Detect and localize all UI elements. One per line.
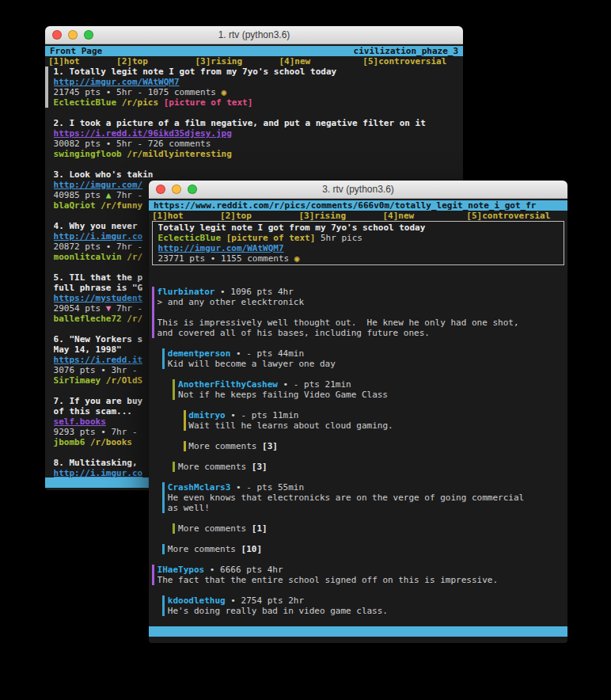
post-author[interactable]: jbomb6 bbox=[54, 437, 85, 447]
comment-block[interactable]: dementperson • - pts 44minKid will becom… bbox=[162, 348, 564, 369]
minimize-button-icon[interactable] bbox=[68, 30, 78, 40]
post-subreddit[interactable]: /r/mildlyinteresting bbox=[127, 149, 231, 159]
comment-body-line: He even knows that electronicks are on t… bbox=[168, 493, 564, 503]
front-window-titlebar[interactable]: 3. rtv (python3.6) bbox=[149, 181, 567, 199]
post-author[interactable]: EclecticBlue bbox=[54, 97, 116, 108]
more-comments-label: More comments bbox=[178, 523, 252, 534]
comment-block[interactable]: dmitryo • - pts 11minWait till he learns… bbox=[184, 410, 564, 431]
more-comments-link[interactable]: More comments [3] bbox=[173, 462, 564, 472]
comment-block[interactable]: CrashMclars3 • - pts 55minHe even knows … bbox=[162, 482, 564, 513]
url-bar: https://www.reddit.com/r/pics/comments/6… bbox=[149, 200, 567, 211]
post-subreddit[interactable]: /r/OldS bbox=[106, 375, 142, 386]
post-title: 3. Look who's takin bbox=[54, 169, 460, 180]
comment-block[interactable]: IHaeTypos • 6666 pts 4hrThe fact that th… bbox=[152, 565, 564, 585]
close-button-icon[interactable] bbox=[52, 30, 62, 40]
comment-author[interactable]: IHaeTypos bbox=[157, 565, 205, 575]
comment-body-line: This is impressively well thought out. H… bbox=[157, 318, 564, 328]
tab-1-hot[interactable]: [1]hot bbox=[152, 211, 184, 221]
post-author[interactable]: blaQriot bbox=[54, 200, 96, 211]
tab-2-top[interactable]: [2]top bbox=[116, 56, 148, 67]
back-window-title: 1. rtv (python3.6) bbox=[45, 26, 463, 44]
comment-body-line: > and any other elecktronick bbox=[157, 297, 564, 307]
minimize-button-icon[interactable] bbox=[172, 185, 181, 194]
comment-meta: • 1096 pts 4hr bbox=[214, 287, 293, 297]
post-subreddit[interactable]: /r/ bbox=[127, 314, 142, 324]
submission-link[interactable]: http://imgur.com/WAtWQM7 bbox=[158, 243, 284, 253]
comment-body-line: Wait till he learns about cloud gaming. bbox=[188, 420, 564, 431]
post-title: 1. Totally legit note I got from my 7yo'… bbox=[54, 67, 460, 77]
post-flair: [picture of text] bbox=[164, 97, 253, 108]
post-link[interactable]: self.books bbox=[54, 417, 106, 427]
comment-author[interactable]: CrashMclars3 bbox=[168, 482, 230, 493]
post-meta: 21745 pts • 5hr - 1075 comments ◉ bbox=[54, 87, 460, 97]
post-author[interactable]: SirTimaey bbox=[54, 375, 101, 386]
comment-meta: • - pts 44min bbox=[230, 348, 304, 359]
more-comments-link[interactable]: More comments [1] bbox=[173, 523, 564, 534]
tab-2-top[interactable]: [2]top bbox=[220, 211, 252, 221]
post-link[interactable]: http://imgur.com/ bbox=[54, 180, 143, 190]
submission-url: https://www.reddit.com/r/pics/comments/6… bbox=[154, 200, 536, 211]
submission-preview-box[interactable]: Totally legit note I got from my 7yo's s… bbox=[152, 221, 564, 265]
post-subreddit[interactable]: /r/books bbox=[90, 437, 132, 447]
post-author[interactable]: ballefleche72 bbox=[54, 314, 122, 324]
comment-meta: • - pts 11min bbox=[226, 410, 299, 420]
tab-1-hot[interactable]: [1]hot bbox=[48, 56, 80, 67]
tab-5-controversial[interactable]: [5]controversial bbox=[466, 211, 550, 221]
comment-author[interactable]: flurbinator bbox=[157, 287, 215, 297]
tab-3-rising[interactable]: [3]rising bbox=[298, 211, 346, 221]
post-subreddit[interactable]: /r/funny bbox=[101, 200, 142, 211]
comment-header: dementperson • - pts 44min bbox=[168, 348, 564, 359]
tab-4-new[interactable]: [4]new bbox=[382, 211, 414, 221]
post-tagline: swingingfloob /r/mildlyinteresting bbox=[54, 149, 460, 159]
more-comments-label: More comments bbox=[188, 441, 262, 451]
comment-author[interactable]: dementperson bbox=[168, 348, 230, 359]
close-button-icon[interactable] bbox=[156, 185, 165, 194]
comment-block[interactable]: flurbinator • 1096 pts 4hr> and any othe… bbox=[152, 287, 564, 338]
zoom-button-icon[interactable] bbox=[188, 185, 197, 194]
gilded-icon: ◉ bbox=[294, 253, 300, 264]
comment-block[interactable]: kdoodlethug • 2754 pts 2hrHe's doing rea… bbox=[162, 595, 564, 616]
bullet-separator: • bbox=[101, 427, 106, 437]
comment-block[interactable]: AnotherFilthyCashew • - pts 21minNot if … bbox=[173, 379, 564, 400]
post-meta: 30082 pts • 5hr - 726 comments bbox=[54, 139, 460, 149]
submission-author[interactable]: EclecticBlue bbox=[158, 233, 221, 243]
comment-author[interactable]: AnotherFilthyCashew bbox=[178, 379, 278, 390]
tab-4-new[interactable]: [4]new bbox=[279, 56, 310, 67]
comment-header: IHaeTypos • 6666 pts 4hr bbox=[157, 565, 564, 575]
zoom-button-icon[interactable] bbox=[84, 30, 93, 40]
comment-meta: • 2754 pts 2hr bbox=[226, 595, 304, 606]
submission-flair: [picture of text] bbox=[226, 233, 316, 243]
comment-body-line: He's doing really bad in video game clas… bbox=[168, 606, 564, 616]
back-window-titlebar[interactable]: 1. rtv (python3.6) bbox=[45, 26, 463, 44]
post-link[interactable]: https://i.redd.it bbox=[54, 355, 143, 365]
comment-author[interactable]: kdoodlethug bbox=[168, 595, 226, 606]
post-row[interactable]: 2. I took a picture of a film negative, … bbox=[48, 118, 460, 159]
post-link[interactable]: http://i.imgur.co bbox=[54, 231, 143, 242]
comment-meta: • - pts 55min bbox=[230, 482, 304, 493]
comment-body-line bbox=[157, 307, 564, 318]
post-link[interactable]: http://imgur.com/WAtWQM7 bbox=[54, 77, 180, 87]
post-link[interactable]: https://i.redd.it/96ikd35djesy.jpg bbox=[54, 128, 232, 139]
bullet-separator: • bbox=[101, 365, 106, 375]
tab-3-rising[interactable]: [3]rising bbox=[195, 56, 242, 67]
tab-5-controversial[interactable]: [5]controversial bbox=[362, 56, 446, 67]
post-link[interactable]: https://mystudent bbox=[54, 293, 143, 303]
more-comments-label: More comments bbox=[168, 544, 241, 554]
post-subreddit[interactable]: /r/ bbox=[127, 252, 142, 262]
post-subreddit[interactable]: /r/pics bbox=[122, 97, 158, 108]
comment-author[interactable]: dmitryo bbox=[188, 410, 225, 420]
more-comments-link[interactable]: More comments [3] bbox=[184, 441, 564, 451]
more-comments-link[interactable]: More comments [10] bbox=[162, 544, 564, 554]
back-header-bar: Front Page civilization_phaze_3 bbox=[45, 46, 463, 56]
comment-list: flurbinator • 1096 pts 4hr> and any othe… bbox=[152, 287, 564, 616]
submission-byline: EclecticBlue [picture of text] 5hr pics bbox=[158, 233, 560, 243]
back-sort-tabs: [1]hot[2]top[3]rising[4]new[5]controvers… bbox=[48, 56, 460, 67]
post-row[interactable]: 1. Totally legit note I got from my 7yo'… bbox=[48, 67, 460, 108]
more-comments-count: [3] bbox=[262, 441, 278, 451]
post-author[interactable]: moonlitcalvin bbox=[54, 252, 122, 262]
post-tagline: EclecticBlue /r/pics [picture of text] bbox=[54, 97, 460, 108]
comment-meta: • 6666 pts 4hr bbox=[204, 565, 283, 575]
post-author[interactable]: swingingfloob bbox=[54, 149, 122, 159]
more-comments-count: [3] bbox=[252, 462, 268, 472]
comment-body-line: and covered all of his bases, including … bbox=[157, 328, 564, 338]
